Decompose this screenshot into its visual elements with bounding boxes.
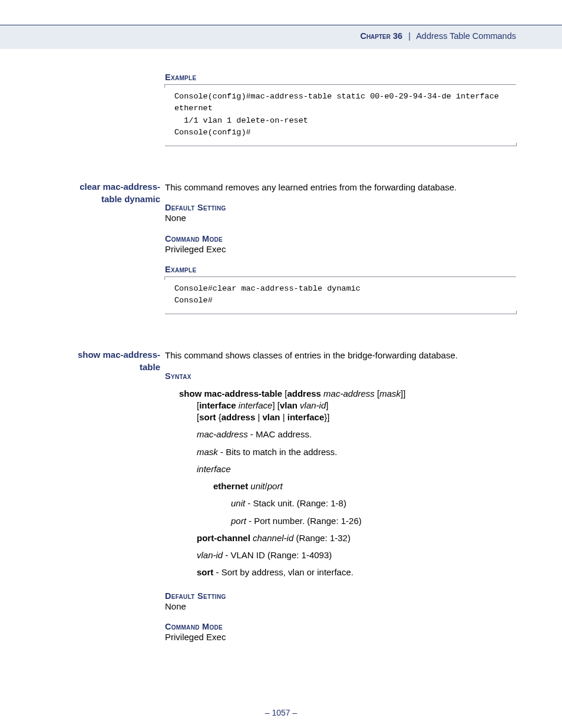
page-number: – 1057 – bbox=[265, 708, 297, 717]
param-mask: mask - Bits to match in the address. bbox=[197, 446, 516, 458]
command-description: This command removes any learned entries… bbox=[165, 182, 516, 193]
syntax-label: Syntax bbox=[165, 371, 516, 381]
section-clear-mac: clear mac-address- table dynamic This co… bbox=[46, 182, 516, 314]
param-ethernet: ethernet unit/port bbox=[213, 480, 516, 492]
chapter-label: Chapter 36 bbox=[360, 31, 402, 41]
code-text: Console#clear mac-address-table dynamic … bbox=[174, 284, 361, 305]
command-mode-label: Command Mode bbox=[165, 622, 516, 631]
code-block-1: Console(config)#mac-address-table static… bbox=[165, 84, 516, 146]
command-mode-label: Command Mode bbox=[165, 234, 516, 243]
default-setting-value: None bbox=[165, 601, 516, 612]
example-label: Example bbox=[165, 73, 516, 82]
param-sort: sort - Sort by address, vlan or interfac… bbox=[197, 566, 516, 578]
section-title: Address Table Commands bbox=[416, 31, 516, 41]
syntax-block: show mac-address-table [address mac-addr… bbox=[179, 388, 516, 579]
page-header-band: Chapter 36 | Address Table Commands bbox=[0, 25, 562, 49]
page-footer: – 1057 – bbox=[0, 708, 562, 717]
command-name-clear: clear mac-address- table dynamic bbox=[42, 180, 160, 205]
page-header-text: Chapter 36 | Address Table Commands bbox=[360, 31, 516, 41]
command-mode-value: Privileged Exec bbox=[165, 243, 516, 255]
code-corner-icon bbox=[164, 276, 168, 280]
syntax-line-1: show mac-address-table [address mac-addr… bbox=[179, 388, 516, 424]
header-separator: | bbox=[408, 31, 411, 41]
param-port-channel: port-channel channel-id (Range: 1-32) bbox=[197, 532, 516, 544]
code-block-2: Console#clear mac-address-table dynamic … bbox=[165, 276, 516, 315]
command-mode-value: Privileged Exec bbox=[165, 631, 516, 643]
default-setting-label: Default Setting bbox=[165, 591, 516, 601]
code-text: Console(config)#mac-address-table static… bbox=[174, 92, 504, 137]
default-setting-value: None bbox=[165, 212, 516, 224]
command-description: This command shows classes of entries in… bbox=[165, 350, 516, 361]
code-corner-icon bbox=[513, 311, 517, 314]
page: Chapter 36 | Address Table Commands Exam… bbox=[0, 0, 562, 728]
default-setting-label: Default Setting bbox=[165, 203, 516, 212]
param-interface: interface bbox=[197, 463, 516, 475]
param-port: port - Port number. (Range: 1-26) bbox=[231, 515, 516, 527]
section-example-1: Example Console(config)#mac-address-tabl… bbox=[165, 73, 516, 146]
example-label: Example bbox=[165, 265, 516, 274]
command-name-show: show mac-address- table bbox=[42, 348, 160, 373]
code-corner-icon bbox=[513, 143, 517, 146]
param-mac-address: mac-address - MAC address. bbox=[197, 429, 516, 440]
code-corner-icon bbox=[164, 84, 168, 88]
param-unit: unit - Stack unit. (Range: 1-8) bbox=[231, 498, 516, 509]
content-area: Example Console(config)#mac-address-tabl… bbox=[46, 73, 516, 645]
param-vlan-id: vlan-id - VLAN ID (Range: 1-4093) bbox=[197, 549, 516, 561]
section-show-mac: show mac-address- table This command sho… bbox=[46, 350, 516, 643]
